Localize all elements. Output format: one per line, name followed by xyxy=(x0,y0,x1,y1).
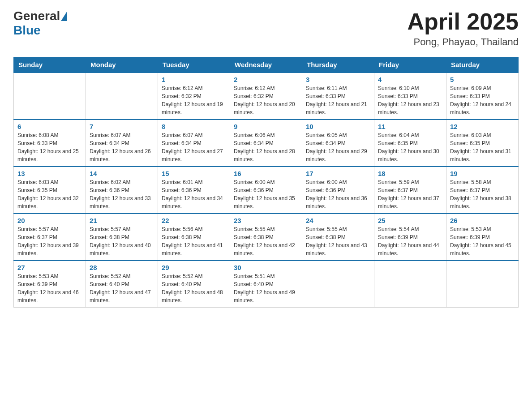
table-row: 17Sunrise: 6:00 AMSunset: 6:36 PMDayligh… xyxy=(302,167,374,214)
day-number: 29 xyxy=(162,264,226,271)
day-number: 27 xyxy=(17,264,82,271)
table-row: 14Sunrise: 6:02 AMSunset: 6:36 PMDayligh… xyxy=(86,167,158,214)
day-info: Sunrise: 6:09 AMSunset: 6:33 PMDaylight:… xyxy=(450,84,515,116)
header-friday: Friday xyxy=(374,57,446,73)
calendar-week-row: 20Sunrise: 5:57 AMSunset: 6:37 PMDayligh… xyxy=(14,214,519,261)
header-saturday: Saturday xyxy=(446,57,519,73)
header-wednesday: Wednesday xyxy=(230,57,302,73)
day-info: Sunrise: 6:10 AMSunset: 6:33 PMDaylight:… xyxy=(378,84,442,116)
day-number: 25 xyxy=(378,217,442,224)
day-info: Sunrise: 5:53 AMSunset: 6:39 PMDaylight:… xyxy=(17,272,82,304)
day-number: 26 xyxy=(450,217,515,224)
calendar-table: Sunday Monday Tuesday Wednesday Thursday… xyxy=(13,57,519,308)
table-row: 23Sunrise: 5:55 AMSunset: 6:38 PMDayligh… xyxy=(230,214,302,261)
day-number: 2 xyxy=(234,76,298,83)
table-row: 25Sunrise: 5:54 AMSunset: 6:39 PMDayligh… xyxy=(374,214,446,261)
day-number: 10 xyxy=(306,123,370,130)
day-number: 3 xyxy=(306,76,370,83)
day-info: Sunrise: 6:07 AMSunset: 6:34 PMDaylight:… xyxy=(162,131,226,163)
day-info: Sunrise: 5:54 AMSunset: 6:39 PMDaylight:… xyxy=(378,225,442,257)
day-number: 15 xyxy=(162,170,226,177)
day-number: 1 xyxy=(162,76,226,83)
day-info: Sunrise: 5:52 AMSunset: 6:40 PMDaylight:… xyxy=(162,272,226,304)
day-info: Sunrise: 6:06 AMSunset: 6:34 PMDaylight:… xyxy=(234,131,298,163)
day-info: Sunrise: 6:12 AMSunset: 6:32 PMDaylight:… xyxy=(234,84,298,116)
calendar-week-row: 13Sunrise: 6:03 AMSunset: 6:35 PMDayligh… xyxy=(14,167,519,214)
table-row xyxy=(302,261,374,308)
page-header: General Blue April 2025 Pong, Phayao, Th… xyxy=(13,9,519,48)
day-number: 11 xyxy=(378,123,442,130)
table-row: 13Sunrise: 6:03 AMSunset: 6:35 PMDayligh… xyxy=(14,167,86,214)
table-row: 8Sunrise: 6:07 AMSunset: 6:34 PMDaylight… xyxy=(158,120,230,167)
table-row xyxy=(446,261,519,308)
day-number: 9 xyxy=(234,123,298,130)
header-tuesday: Tuesday xyxy=(158,57,230,73)
day-number: 30 xyxy=(234,264,298,271)
day-number: 18 xyxy=(378,170,442,177)
day-number: 8 xyxy=(162,123,226,130)
table-row: 30Sunrise: 5:51 AMSunset: 6:40 PMDayligh… xyxy=(230,261,302,308)
table-row: 3Sunrise: 6:11 AMSunset: 6:33 PMDaylight… xyxy=(302,73,374,120)
table-row xyxy=(86,73,158,120)
day-number: 4 xyxy=(378,76,442,83)
day-info: Sunrise: 6:05 AMSunset: 6:34 PMDaylight:… xyxy=(306,131,370,163)
day-number: 24 xyxy=(306,217,370,224)
day-number: 7 xyxy=(90,123,154,130)
day-info: Sunrise: 6:07 AMSunset: 6:34 PMDaylight:… xyxy=(90,131,154,163)
table-row: 9Sunrise: 6:06 AMSunset: 6:34 PMDaylight… xyxy=(230,120,302,167)
table-row: 10Sunrise: 6:05 AMSunset: 6:34 PMDayligh… xyxy=(302,120,374,167)
table-row: 2Sunrise: 6:12 AMSunset: 6:32 PMDaylight… xyxy=(230,73,302,120)
day-number: 12 xyxy=(450,123,515,130)
month-year-title: April 2025 xyxy=(407,9,519,34)
day-info: Sunrise: 6:03 AMSunset: 6:35 PMDaylight:… xyxy=(17,178,82,210)
day-info: Sunrise: 6:00 AMSunset: 6:36 PMDaylight:… xyxy=(306,178,370,210)
day-info: Sunrise: 5:51 AMSunset: 6:40 PMDaylight:… xyxy=(234,272,298,304)
day-number: 5 xyxy=(450,76,515,83)
day-info: Sunrise: 6:02 AMSunset: 6:36 PMDaylight:… xyxy=(90,178,154,210)
location-subtitle: Pong, Phayao, Thailand xyxy=(407,36,519,48)
title-block: April 2025 Pong, Phayao, Thailand xyxy=(407,9,519,48)
table-row: 26Sunrise: 5:53 AMSunset: 6:39 PMDayligh… xyxy=(446,214,519,261)
calendar-week-row: 27Sunrise: 5:53 AMSunset: 6:39 PMDayligh… xyxy=(14,261,519,308)
table-row: 12Sunrise: 6:03 AMSunset: 6:35 PMDayligh… xyxy=(446,120,519,167)
day-info: Sunrise: 5:52 AMSunset: 6:40 PMDaylight:… xyxy=(90,272,154,304)
header-sunday: Sunday xyxy=(14,57,86,73)
day-info: Sunrise: 5:58 AMSunset: 6:37 PMDaylight:… xyxy=(450,178,515,210)
day-info: Sunrise: 5:55 AMSunset: 6:38 PMDaylight:… xyxy=(234,225,298,257)
day-number: 28 xyxy=(90,264,154,271)
table-row: 21Sunrise: 5:57 AMSunset: 6:38 PMDayligh… xyxy=(86,214,158,261)
header-thursday: Thursday xyxy=(302,57,374,73)
day-info: Sunrise: 6:01 AMSunset: 6:36 PMDaylight:… xyxy=(162,178,226,210)
table-row: 5Sunrise: 6:09 AMSunset: 6:33 PMDaylight… xyxy=(446,73,519,120)
table-row xyxy=(14,73,86,120)
day-info: Sunrise: 5:57 AMSunset: 6:37 PMDaylight:… xyxy=(17,225,82,257)
day-info: Sunrise: 6:11 AMSunset: 6:33 PMDaylight:… xyxy=(306,84,370,116)
logo-blue-text: Blue xyxy=(13,23,41,37)
table-row: 18Sunrise: 5:59 AMSunset: 6:37 PMDayligh… xyxy=(374,167,446,214)
calendar-header-row: Sunday Monday Tuesday Wednesday Thursday… xyxy=(14,57,519,73)
day-info: Sunrise: 6:08 AMSunset: 6:33 PMDaylight:… xyxy=(17,131,82,163)
day-info: Sunrise: 6:04 AMSunset: 6:35 PMDaylight:… xyxy=(378,131,442,163)
day-number: 19 xyxy=(450,170,515,177)
calendar-week-row: 1Sunrise: 6:12 AMSunset: 6:32 PMDaylight… xyxy=(14,73,519,120)
table-row: 28Sunrise: 5:52 AMSunset: 6:40 PMDayligh… xyxy=(86,261,158,308)
table-row: 15Sunrise: 6:01 AMSunset: 6:36 PMDayligh… xyxy=(158,167,230,214)
calendar-week-row: 6Sunrise: 6:08 AMSunset: 6:33 PMDaylight… xyxy=(14,120,519,167)
day-number: 22 xyxy=(162,217,226,224)
day-info: Sunrise: 5:53 AMSunset: 6:39 PMDaylight:… xyxy=(450,225,515,257)
day-number: 16 xyxy=(234,170,298,177)
day-number: 14 xyxy=(90,170,154,177)
day-info: Sunrise: 5:56 AMSunset: 6:38 PMDaylight:… xyxy=(162,225,226,257)
day-number: 20 xyxy=(17,217,82,224)
table-row: 29Sunrise: 5:52 AMSunset: 6:40 PMDayligh… xyxy=(158,261,230,308)
day-info: Sunrise: 6:12 AMSunset: 6:32 PMDaylight:… xyxy=(162,84,226,116)
table-row: 19Sunrise: 5:58 AMSunset: 6:37 PMDayligh… xyxy=(446,167,519,214)
header-monday: Monday xyxy=(86,57,158,73)
table-row: 16Sunrise: 6:00 AMSunset: 6:36 PMDayligh… xyxy=(230,167,302,214)
day-number: 23 xyxy=(234,217,298,224)
day-info: Sunrise: 5:59 AMSunset: 6:37 PMDaylight:… xyxy=(378,178,442,210)
table-row: 7Sunrise: 6:07 AMSunset: 6:34 PMDaylight… xyxy=(86,120,158,167)
table-row: 20Sunrise: 5:57 AMSunset: 6:37 PMDayligh… xyxy=(14,214,86,261)
day-info: Sunrise: 5:57 AMSunset: 6:38 PMDaylight:… xyxy=(90,225,154,257)
day-info: Sunrise: 5:55 AMSunset: 6:38 PMDaylight:… xyxy=(306,225,370,257)
